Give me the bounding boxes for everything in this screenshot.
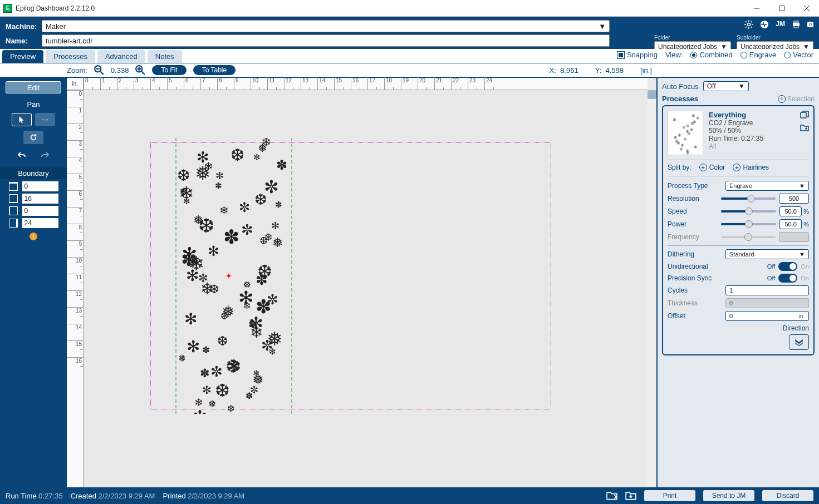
discard-button[interactable]: Discard (762, 490, 813, 501)
warning-icon[interactable]: ! (30, 233, 37, 240)
resolution-value[interactable]: 500 (779, 194, 809, 204)
created-value: 2/2/2023 9:29 AM (99, 492, 155, 500)
right-panel: Auto Focus Off▼ Processes +Selection ❄❄❄… (658, 78, 819, 500)
printed-value: 2/2/2023 9:29 AM (188, 492, 244, 500)
zoom-to-fit-button[interactable]: To Fit (152, 65, 186, 75)
speed-value[interactable]: 50.0 (779, 206, 802, 216)
zoom-to-table-button[interactable]: To Table (193, 65, 236, 75)
bound-right-input[interactable] (22, 218, 58, 228)
svg-rect-16 (801, 112, 806, 118)
view-vector-radio[interactable]: Vector (784, 51, 813, 59)
process-type-select[interactable]: Engrave▼ (725, 181, 809, 191)
name-label: Name: (6, 37, 36, 45)
speed-slider[interactable] (721, 210, 776, 213)
gear-icon[interactable] (744, 20, 753, 29)
machine-select[interactable]: Maker▼ (42, 20, 610, 32)
autofocus-label: Auto Focus (662, 82, 699, 91)
tab-advanced[interactable]: Advanced (97, 50, 145, 63)
zoom-in-icon[interactable] (135, 65, 145, 75)
power-slider[interactable] (721, 223, 776, 225)
frequency-slider (721, 236, 776, 238)
dithering-select[interactable]: Standard▼ (725, 249, 809, 259)
tab-row: Preview Processes Advanced Notes Snappin… (0, 49, 819, 63)
zoom-label: Zoom: (67, 66, 87, 75)
heartbeat-icon[interactable] (760, 20, 769, 29)
printer-icon[interactable] (792, 20, 801, 29)
pan-label: Pan (27, 100, 40, 108)
send-to-jm-button[interactable]: Send to JM (703, 490, 754, 501)
bound-left-input[interactable] (22, 206, 58, 216)
name-input[interactable]: tumbler-art.cdr (42, 34, 610, 47)
direction-label: Direction (783, 324, 809, 332)
bound-bottom-input[interactable] (22, 194, 58, 204)
canvas[interactable]: ❄❅❆✻✼✽❄❅❆✻✼✽❄❅❆✻✼✽❄❅❆✻✼✽❄❅❆✻✼✽❄❅❆✻✼✽❄❅❆✻… (84, 90, 648, 491)
maximize-button[interactable] (769, 0, 794, 17)
subfolder-label: Subfolder (737, 34, 813, 41)
svg-line-13 (142, 71, 145, 75)
cycles-input[interactable]: 1 (725, 285, 809, 295)
direction-button[interactable] (789, 334, 809, 350)
runtime-value: 0:27:35 (38, 492, 62, 500)
bound-bottom-icon (9, 194, 18, 203)
jm-icon[interactable]: JM (776, 20, 785, 29)
dithering-label: Dithering (668, 250, 718, 258)
link-icon[interactable] (800, 111, 809, 120)
print-button[interactable]: Print (644, 490, 695, 501)
speed-label: Speed (668, 207, 718, 215)
cycles-label: Cycles (668, 286, 718, 294)
coord-y: 4.598 (605, 66, 624, 75)
split-hairlines-button[interactable]: +Hairlines (733, 164, 769, 171)
snapping-toggle[interactable]: Snapping (617, 51, 658, 59)
power-value[interactable]: 50.0 (779, 219, 802, 229)
undo-tool[interactable] (12, 149, 32, 162)
refresh-tool[interactable] (23, 131, 43, 144)
resolution-label: Resolution (668, 195, 718, 202)
process-title[interactable]: Everything (709, 111, 795, 119)
zoom-value: 0.338 (111, 66, 129, 75)
redo-tool[interactable] (35, 149, 55, 162)
left-sidebar: Edit Pan -·- Boundary ! (0, 78, 67, 500)
origin-marker: ✦ (225, 271, 232, 280)
folder-save-icon[interactable] (625, 490, 636, 501)
vertical-scrollbar[interactable] (648, 90, 656, 491)
tab-processes[interactable]: Processes (46, 50, 95, 63)
bound-top-icon (9, 182, 18, 191)
tab-notes[interactable]: Notes (148, 50, 182, 63)
process-card: ❄❄❄❄❄❄❄❄❄❄❄❄❄❄❄❄❄❄❄❄ Everything CO2 / En… (662, 105, 815, 355)
zoom-row: Zoom: 0.338 To Fit To Table X: 8.961 Y: … (0, 63, 819, 78)
print-queue-badge: 0 (807, 22, 813, 27)
folder-open-icon[interactable] (606, 490, 617, 501)
view-engrave-radio[interactable]: Engrave (740, 51, 776, 59)
thickness-label: Thickness (668, 299, 718, 307)
selection-link[interactable]: +Selection (778, 95, 815, 103)
view-combined-radio[interactable]: Combined (690, 51, 732, 59)
svg-rect-7 (794, 21, 798, 23)
unidirectional-toggle[interactable] (778, 262, 797, 271)
artwork[interactable]: ❄❅❆✻✼✽❄❅❆✻✼✽❄❅❆✻✼✽❄❅❆✻✼✽❄❅❆✻✼✽❄❅❆✻✼✽❄❅❆✻… (175, 138, 292, 414)
coord-x: 8.961 (560, 66, 578, 75)
crosshair-tool[interactable]: -·- (35, 113, 55, 126)
resolution-slider[interactable] (721, 197, 776, 200)
autofocus-select[interactable]: Off▼ (703, 81, 749, 91)
close-button[interactable] (794, 0, 819, 17)
pointer-tool[interactable] (12, 113, 32, 126)
process-thumbnail: ❄❄❄❄❄❄❄❄❄❄❄❄❄❄❄❄❄❄❄❄ (668, 111, 703, 155)
processes-header: Processes (662, 95, 698, 103)
tab-preview[interactable]: Preview (2, 50, 43, 63)
offset-input[interactable]: 0in. (725, 311, 809, 321)
bound-right-icon (9, 219, 18, 228)
edit-button[interactable]: Edit (6, 81, 61, 93)
svg-line-10 (100, 71, 104, 75)
zoom-out-icon[interactable] (94, 65, 104, 75)
split-color-button[interactable]: +Color (699, 164, 725, 171)
bottom-bar: Run Time 0:27:35 Created 2/2/2023 9:29 A… (0, 487, 819, 504)
offset-label: Offset (668, 312, 718, 320)
folder-add-icon[interactable] (800, 123, 809, 132)
ruler-unit: in. (67, 78, 84, 90)
precision-sync-toggle[interactable] (778, 274, 797, 283)
frequency-label: Frequency (668, 233, 718, 241)
bound-top-input[interactable] (22, 181, 58, 191)
view-label: View: (665, 51, 683, 59)
precision-sync-label: Precision Sync (668, 274, 718, 282)
minimize-button[interactable] (744, 0, 769, 17)
